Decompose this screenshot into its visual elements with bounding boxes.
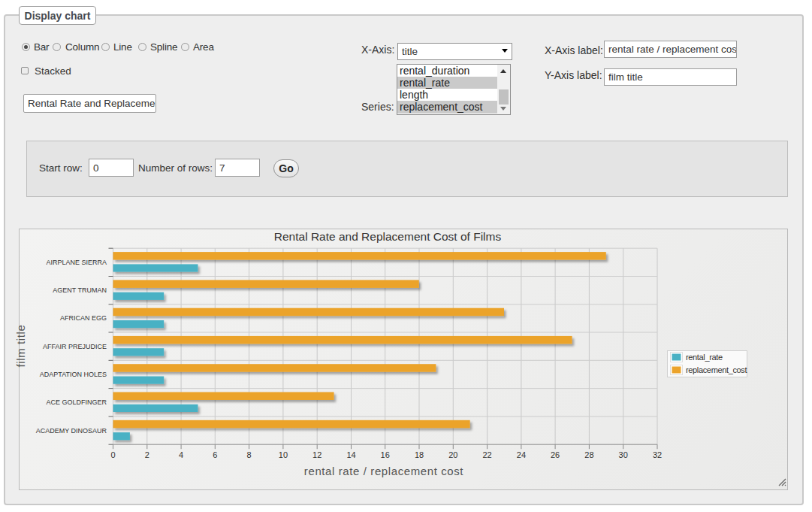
svg-text:24: 24 — [517, 450, 526, 459]
svg-text:AFRICAN EGG: AFRICAN EGG — [60, 314, 107, 322]
svg-text:ACE GOLDFINGER: ACE GOLDFINGER — [46, 398, 107, 406]
svg-text:replacement_cost: replacement_cost — [686, 365, 747, 374]
svg-text:0: 0 — [110, 450, 115, 459]
svg-text:ADAPTATION HOLES: ADAPTATION HOLES — [40, 371, 107, 378]
svg-text:4: 4 — [179, 450, 183, 459]
svg-text:8: 8 — [247, 450, 252, 459]
svg-text:2: 2 — [145, 450, 149, 459]
svg-text:AGENT TRUMAN: AGENT TRUMAN — [53, 286, 107, 294]
svg-text:20: 20 — [448, 450, 457, 459]
svg-text:Rental Rate and Replacement Co: Rental Rate and Replacement Cost of Film… — [274, 230, 502, 243]
svg-text:22: 22 — [482, 450, 491, 459]
svg-text:28: 28 — [584, 450, 593, 459]
svg-text:32: 32 — [653, 450, 662, 459]
svg-text:rental rate / replacement cost: rental rate / replacement cost — [304, 465, 463, 477]
svg-text:18: 18 — [415, 450, 424, 459]
svg-text:14: 14 — [346, 450, 355, 459]
svg-text:16: 16 — [381, 450, 390, 459]
svg-text:rental_rate: rental_rate — [686, 353, 723, 362]
svg-text:AIRPLANE SIERRA: AIRPLANE SIERRA — [46, 259, 107, 266]
svg-text:6: 6 — [213, 450, 217, 459]
svg-text:AFFAIR PREJUDICE: AFFAIR PREJUDICE — [43, 343, 107, 350]
svg-text:26: 26 — [551, 450, 560, 459]
svg-text:ACADEMY DINOSAUR: ACADEMY DINOSAUR — [36, 427, 107, 435]
svg-text:12: 12 — [312, 450, 321, 459]
svg-text:10: 10 — [279, 450, 288, 459]
svg-text:30: 30 — [619, 450, 628, 459]
svg-text:film title: film title — [14, 325, 27, 368]
